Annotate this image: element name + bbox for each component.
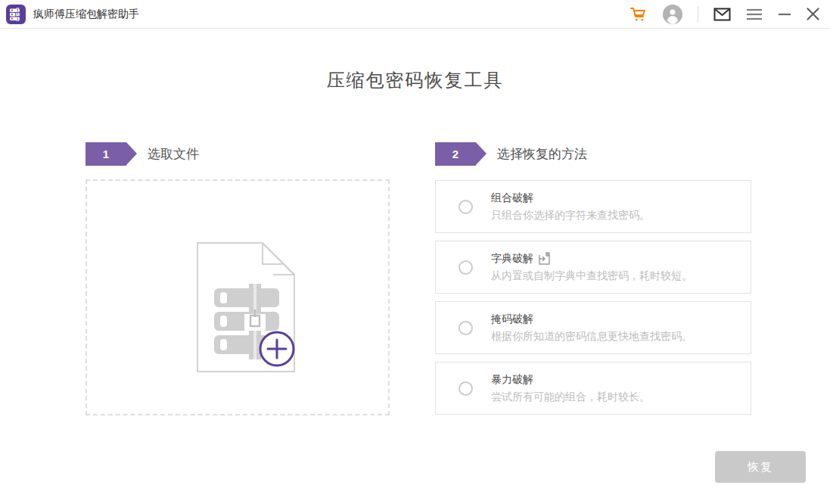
- method-card-dictionary[interactable]: 字典破解 从内置或自制字典中查找密码，耗时较短。: [435, 241, 751, 294]
- file-drop-zone[interactable]: [85, 179, 390, 415]
- step1-label: 选取文件: [148, 145, 199, 163]
- method-description: 从内置或自制字典中查找密码，耗时较短。: [491, 269, 692, 283]
- step2-badge: 2: [435, 142, 476, 166]
- minimize-icon[interactable]: [778, 8, 791, 20]
- recover-button[interactable]: 恢复: [715, 451, 806, 483]
- method-card-mask[interactable]: 掩码破解 根据你所知道的密码信息更快地查找密码。: [435, 301, 751, 354]
- step2-header: 2 选择恢复的方法: [435, 142, 587, 166]
- mail-icon[interactable]: [713, 8, 731, 21]
- cart-icon[interactable]: [629, 5, 648, 23]
- menu-icon[interactable]: [746, 8, 763, 20]
- method-title: 字典破解: [491, 252, 533, 266]
- radio-bruteforce[interactable]: [459, 381, 473, 396]
- method-description: 只组合你选择的字符来查找密码。: [491, 209, 650, 222]
- import-dictionary-icon[interactable]: [539, 252, 550, 265]
- method-title: 组合破解: [491, 191, 533, 205]
- account-icon[interactable]: [663, 5, 682, 24]
- app-logo-icon: [6, 5, 26, 24]
- method-title: 暴力破解: [491, 373, 533, 387]
- radio-dictionary[interactable]: [459, 260, 473, 275]
- titlebar-divider: [698, 6, 698, 23]
- radio-mask[interactable]: [459, 321, 473, 335]
- method-title: 掩码破解: [491, 313, 533, 326]
- method-card-combination[interactable]: 组合破解 只组合你选择的字符来查找密码。: [435, 180, 751, 233]
- archive-file-add-icon[interactable]: [194, 241, 300, 376]
- method-description: 根据你所知道的密码信息更快地查找密码。: [491, 330, 692, 344]
- step2-label: 选择恢复的方法: [497, 145, 587, 163]
- page-title: 压缩包密码恢复工具: [0, 68, 830, 92]
- radio-combination[interactable]: [459, 200, 473, 214]
- step1-header: 1 选取文件: [85, 142, 199, 166]
- step1-badge: 1: [85, 142, 126, 166]
- method-description: 尝试所有可能的组合，耗时较长。: [491, 390, 650, 404]
- app-title: 疯师傅压缩包解密助手: [33, 8, 139, 21]
- titlebar: 疯师傅压缩包解密助手: [0, 0, 830, 29]
- close-icon[interactable]: [807, 8, 819, 20]
- app-window: 疯师傅压缩包解密助手: [0, 0, 830, 504]
- method-card-bruteforce[interactable]: 暴力破解 尝试所有可能的组合，耗时较长。: [435, 362, 751, 415]
